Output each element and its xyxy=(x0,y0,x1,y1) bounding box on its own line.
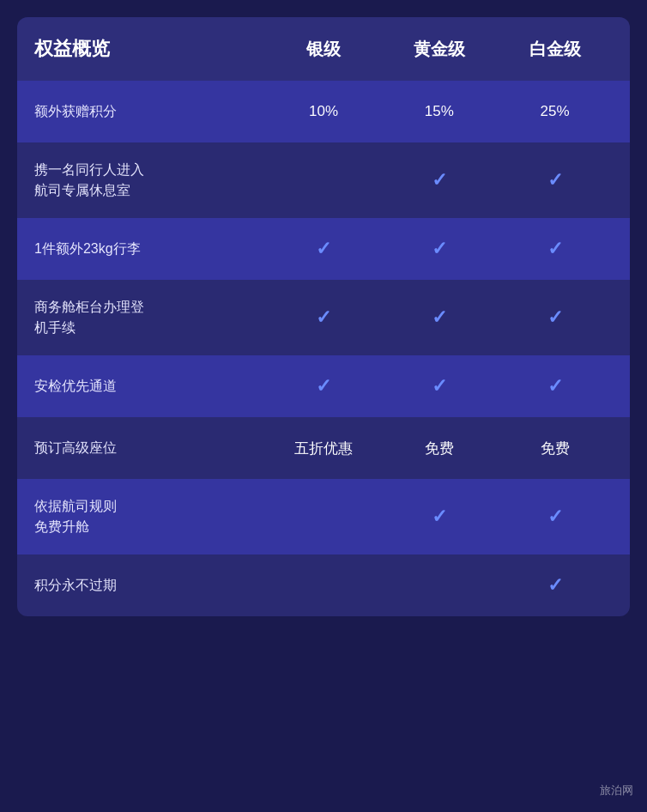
row-platinum-value: ✓ xyxy=(497,169,613,191)
table-row: 预订高级座位五折优惠免费免费 xyxy=(17,417,630,479)
row-silver-value: 五折优惠 xyxy=(266,439,382,458)
header-gold: 黄金级 xyxy=(381,38,497,61)
table-row: 额外获赠积分10%15%25% xyxy=(17,81,630,142)
row-gold-value: 15% xyxy=(381,103,497,120)
row-platinum-value: 25% xyxy=(497,103,613,120)
row-platinum-value: ✓ xyxy=(497,375,613,397)
row-gold-value: ✓ xyxy=(381,306,497,329)
row-gold-value: ✓ xyxy=(381,506,497,528)
header-title: 权益概览 xyxy=(34,36,266,62)
row-label: 商务舱柜台办理登 机手续 xyxy=(34,297,266,338)
row-label: 额外获赠积分 xyxy=(34,101,266,122)
header-silver: 银级 xyxy=(266,38,382,61)
table-row: 商务舱柜台办理登 机手续✓✓✓ xyxy=(17,280,630,355)
row-silver-value: ✓ xyxy=(266,306,382,329)
row-label: 安检优先通道 xyxy=(34,376,266,397)
row-platinum-value: ✓ xyxy=(497,306,613,329)
row-platinum-value: ✓ xyxy=(497,238,613,260)
table-body: 额外获赠积分10%15%25%携一名同行人进入 航司专属休息室✓✓1件额外23k… xyxy=(17,81,630,616)
table-row: 安检优先通道✓✓✓ xyxy=(17,355,630,417)
table-row: 依据航司规则 免费升舱✓✓ xyxy=(17,479,630,554)
row-silver-value: ✓ xyxy=(266,238,382,260)
row-label: 1件额外23kg行李 xyxy=(34,239,266,259)
header-platinum: 白金级 xyxy=(497,38,613,61)
row-silver-value: 10% xyxy=(266,103,382,120)
row-label: 预订高级座位 xyxy=(34,438,266,458)
row-gold-value: ✓ xyxy=(381,375,497,397)
row-gold-value: ✓ xyxy=(381,238,497,260)
row-platinum-value: 免费 xyxy=(497,439,613,458)
table-row: 携一名同行人进入 航司专属休息室✓✓ xyxy=(17,142,630,218)
table-row: 积分永不过期✓ xyxy=(17,554,630,616)
row-gold-value: 免费 xyxy=(381,439,497,458)
row-gold-value: ✓ xyxy=(381,169,497,191)
benefits-table: 权益概览 银级 黄金级 白金级 额外获赠积分10%15%25%携一名同行人进入 … xyxy=(17,17,630,616)
row-label: 携一名同行人进入 航司专属休息室 xyxy=(34,160,266,201)
row-platinum-value: ✓ xyxy=(497,506,613,528)
row-label: 积分永不过期 xyxy=(34,575,266,596)
row-label: 依据航司规则 免费升舱 xyxy=(34,496,266,537)
table-row: 1件额外23kg行李✓✓✓ xyxy=(17,218,630,280)
table-header: 权益概览 银级 黄金级 白金级 xyxy=(17,17,630,81)
row-platinum-value: ✓ xyxy=(497,574,613,597)
watermark: 旅泊网 xyxy=(600,783,633,798)
row-silver-value: ✓ xyxy=(266,375,382,397)
